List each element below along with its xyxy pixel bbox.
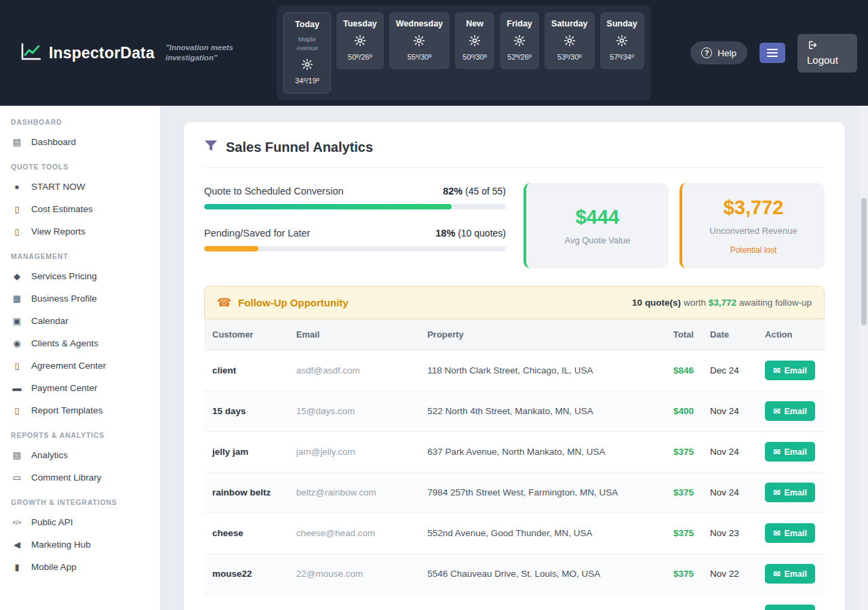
email-cell: jam@jelly.com <box>288 432 419 472</box>
property-cell: 345333533 <box>419 594 654 610</box>
customer-cell: client <box>204 350 288 391</box>
email-button-label: Email <box>785 407 807 416</box>
weather-temps: 57º/34º <box>610 53 634 61</box>
action-cell: ✉Email <box>757 513 825 554</box>
sun-icon <box>616 35 628 47</box>
table-row: rainbow beltzbeltz@rainbow.com7984 257th… <box>204 472 825 513</box>
stat-value: $3,772 <box>724 197 784 219</box>
email-button[interactable]: ✉Email <box>765 523 815 543</box>
column-header-date: Date <box>702 319 757 350</box>
logout-button[interactable]: Logout <box>797 34 857 73</box>
menu-button[interactable] <box>760 43 785 63</box>
stat-value: $444 <box>576 206 620 228</box>
sidebar-item-report-templates[interactable]: ▯Report Templates <box>0 399 160 422</box>
customer-cell: jelly jam <box>204 432 288 472</box>
email-button[interactable]: ✉Email <box>765 401 815 421</box>
table-row: mouse2222@mouse.com5546 Chauveau Drive, … <box>204 554 825 594</box>
sidebar-item-analytics[interactable]: ▤Analytics <box>0 444 160 466</box>
table-row: cheesecheese@head.com552nd Avenue, Good … <box>204 513 825 554</box>
sidebar-section-title: QUOTE TOOLS <box>0 153 160 176</box>
banner-title: Follow-Up Opportunity <box>238 297 348 308</box>
property-cell: 5546 Chauveau Drive, St. Louis, MO, USA <box>419 554 654 594</box>
start-icon: ● <box>11 182 23 192</box>
weather-temps: 34º/19º <box>295 77 319 85</box>
customer-cell: rainbow beltz <box>204 472 288 513</box>
date-cell: Nov 24 <box>702 432 757 472</box>
sidebar-item-view-reports[interactable]: ▯View Reports <box>0 220 160 243</box>
sidebar-item-label: Analytics <box>31 450 68 460</box>
weather-day-card-saturday: Saturday53º/30º <box>545 12 595 69</box>
metric-pending-saved: Pending/Saved for Later 18% (10 quotes) <box>204 228 506 251</box>
customer-cell: mouse22 <box>204 554 288 594</box>
phone-icon: ☎ <box>217 296 231 310</box>
building-icon: ▦ <box>11 293 23 304</box>
email-button[interactable]: ✉Email <box>765 483 815 502</box>
main-content: Sales Funnel Analytics Quote to Schedule… <box>163 106 868 610</box>
sun-icon <box>564 35 576 47</box>
sidebar-item-calendar[interactable]: ▣Calendar <box>0 310 160 332</box>
top-header: InspectorData "Innovation meets investig… <box>0 0 868 106</box>
email-cell: mouse@2.com <box>288 594 419 610</box>
sidebar-item-start-now[interactable]: ●START NOW <box>0 176 160 198</box>
sidebar-item-label: Report Templates <box>31 405 103 415</box>
scrollbar-thumb[interactable] <box>861 198 867 325</box>
email-button[interactable]: ✉Email <box>765 605 815 610</box>
sidebar-item-public-api[interactable]: </>Public API <box>0 511 160 533</box>
logout-icon <box>807 40 817 52</box>
property-cell: 118 North Clark Street, Chicago, IL, USA <box>419 350 654 391</box>
sidebar-item-marketing-hub[interactable]: ◀Marketing Hub <box>0 533 160 556</box>
weather-temps: 52º/26º <box>507 53 532 61</box>
unconverted-revenue-card: $3,772 Unconverted Revenue Potential los… <box>679 183 825 268</box>
funnel-icon <box>204 140 218 155</box>
help-button[interactable]: ? Help <box>690 41 747 64</box>
sidebar-item-label: Calendar <box>31 316 68 326</box>
page-scrollbar[interactable] <box>860 106 868 610</box>
sidebar-item-label: Mobile App <box>31 562 77 572</box>
weather-temps: 55º/30º <box>408 53 432 61</box>
sidebar-item-services-pricing[interactable]: ◆Services Pricing <box>0 265 160 287</box>
column-header-total: Total <box>654 319 702 350</box>
email-button[interactable]: ✉Email <box>765 442 815 462</box>
file-icon: ▯ <box>11 204 23 214</box>
code-icon: </> <box>11 519 23 526</box>
total-cell: $375 <box>654 432 702 472</box>
stat-cards: $444 Avg Quote Value $3,772 Unconverted … <box>524 183 825 268</box>
email-cell: asdf@asdf.com <box>288 350 419 391</box>
column-header-property: Property <box>419 319 654 350</box>
sidebar-item-comment-library[interactable]: ▭Comment Library <box>0 466 160 489</box>
weather-day-card-new: New50º/30º <box>455 12 494 69</box>
total-cell: $375 <box>654 472 702 513</box>
sidebar-item-label: START NOW <box>31 182 85 192</box>
email-button[interactable]: ✉Email <box>765 564 815 584</box>
logout-label: Logout <box>807 54 838 66</box>
sidebar-item-agreement-center[interactable]: ▯Agreement Center <box>0 354 160 377</box>
property-cell: 7984 257th Street West, Farmington, MN, … <box>419 472 654 513</box>
envelope-icon: ✉ <box>773 528 780 538</box>
sidebar-item-cost-estimates[interactable]: ▯Cost Estimates <box>0 198 160 220</box>
date-cell: Nov 24 <box>702 391 757 432</box>
sidebar-item-payment-center[interactable]: ▬Payment Center <box>0 377 160 399</box>
stat-note: Potential lost <box>730 245 777 255</box>
sun-icon <box>469 35 481 47</box>
sidebar-item-business-profile[interactable]: ▦Business Profile <box>0 287 160 310</box>
sidebar-item-dashboard[interactable]: ▤Dashboard <box>0 131 160 153</box>
date-cell: Nov 22 <box>702 554 757 594</box>
sidebar-item-mobile-app[interactable]: ▮Mobile App <box>0 556 160 578</box>
sun-icon <box>354 35 366 47</box>
megaphone-icon: ◀ <box>11 540 23 550</box>
brand: InspectorData "Innovation meets investig… <box>20 42 264 64</box>
email-button[interactable]: ✉Email <box>765 361 815 380</box>
weather-day-label: Wednesday <box>396 19 443 28</box>
brand-logo-icon <box>20 42 42 64</box>
total-cell: $375 <box>654 594 702 610</box>
sidebar-item-clients-agents[interactable]: ◉Clients & Agents <box>0 332 160 354</box>
metric-value: 18% (10 quotes) <box>435 228 506 239</box>
page-title: Sales Funnel Analytics <box>226 140 373 155</box>
envelope-icon: ✉ <box>773 447 780 457</box>
sidebar-item-label: Services Pricing <box>31 271 97 281</box>
sidebar-section-title: DASHBOARD <box>0 108 160 131</box>
weather-day-card-today: TodayMaple Avenue34º/19º <box>283 12 331 94</box>
sidebar-item-label: Business Profile <box>31 293 97 304</box>
conversion-metrics: Quote to Scheduled Conversion 82% (45 of… <box>204 183 506 268</box>
follow-up-banner: ☎ Follow-Up Opportunity 10 quote(s) wort… <box>204 286 825 319</box>
